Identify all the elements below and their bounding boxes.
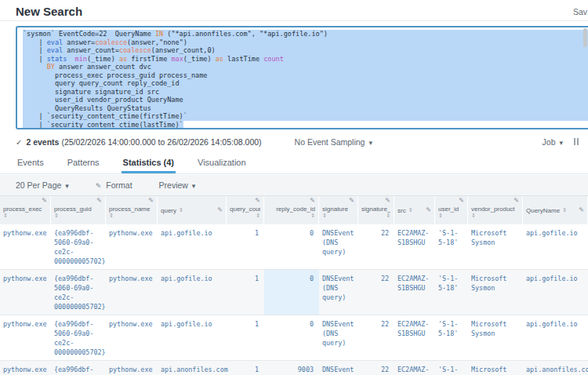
table-cell[interactable]: pythonw.exe: [0, 315, 51, 360]
table-cell[interactable]: pythonw.exe: [106, 315, 158, 360]
table-cell[interactable]: EC2AMAZ- S1BSHGU: [394, 224, 435, 269]
table-cell[interactable]: {ea996dbf- 5060-69a0- ce2c- 000000005702…: [51, 315, 106, 360]
table-cell[interactable]: DNSEvent (DNS query): [319, 270, 358, 315]
column-header-user_id[interactable]: ✎user_id⇕: [435, 196, 468, 224]
column-header-signature_id[interactable]: ✎signature_id⇕: [358, 196, 394, 224]
table-cell[interactable]: pythonw.exe: [106, 224, 158, 269]
table-cell[interactable]: EC2AMAZ- S1BSHGU: [394, 270, 435, 315]
table-cell[interactable]: Microsoft Sysmon: [468, 270, 523, 315]
table-cell[interactable]: 'S-1- 5-18': [435, 224, 468, 269]
table-cell[interactable]: api.gofile.io: [523, 315, 588, 360]
table-cell[interactable]: api.gofile.io: [158, 270, 227, 315]
table-cell[interactable]: 'S-1- 5-18': [435, 315, 468, 360]
event-sampling-dropdown[interactable]: No Event Sampling ▾: [295, 137, 372, 147]
table-cell[interactable]: pythonw.exe: [0, 270, 51, 315]
table-cell[interactable]: api.gofile.io: [523, 224, 588, 269]
table-cell[interactable]: 22: [358, 315, 394, 360]
tab-events[interactable]: Events: [16, 155, 45, 173]
table-cell[interactable]: api.gofile.io: [158, 224, 227, 269]
per-page-dropdown[interactable]: 20 Per Page ▾: [16, 180, 69, 190]
sort-icon[interactable]: ⇕: [230, 213, 260, 219]
sort-icon[interactable]: ⇕: [471, 213, 519, 219]
column-header-process_exec[interactable]: ✎process_exec⇕: [0, 196, 51, 224]
pencil-icon[interactable]: ✎: [349, 198, 354, 204]
table-cell[interactable]: pythonw.exe: [0, 361, 51, 375]
table-cell[interactable]: pythonw.exe: [106, 361, 158, 375]
table-cell[interactable]: 'S-1- 5-18': [435, 270, 468, 315]
table-cell[interactable]: 0: [264, 315, 319, 360]
table-cell[interactable]: 9003: [264, 361, 319, 375]
save-as-button[interactable]: Sav: [573, 7, 587, 16]
table-cell[interactable]: 1: [227, 270, 264, 315]
column-header-signature[interactable]: ✎signature⇕: [319, 196, 358, 224]
pencil-icon[interactable]: ✎: [42, 198, 47, 204]
table-cell[interactable]: 22: [358, 361, 394, 375]
table-cell[interactable]: 22: [358, 270, 394, 315]
column-header-reply_code_id[interactable]: ✎reply_code_id⇕: [264, 196, 319, 224]
pencil-icon[interactable]: ✎: [217, 207, 223, 213]
table-cell[interactable]: 1: [227, 224, 264, 269]
table-cell[interactable]: Microsoft Sysmon: [468, 224, 523, 269]
pencil-icon[interactable]: ✎: [255, 198, 260, 204]
sort-icon[interactable]: ⇕: [109, 213, 154, 219]
job-dropdown[interactable]: Job ▾: [543, 137, 563, 147]
pencil-icon[interactable]: ✎: [459, 198, 464, 204]
pencil-icon[interactable]: ✎: [148, 198, 154, 204]
format-button[interactable]: ✎ Format: [96, 180, 132, 190]
query-line: QueryResults QueryStatus: [23, 104, 588, 113]
pencil-icon[interactable]: ✎: [385, 198, 390, 204]
column-header-process_guid[interactable]: ✎process_guid⇕: [51, 196, 106, 224]
table-cell[interactable]: {ea996dbf- 5060-69a0- ce2c- 000000005702…: [51, 361, 106, 375]
query-line: user_id vendor_product QueryName: [23, 96, 588, 104]
table-cell[interactable]: Microsoft Sysmon: [468, 315, 523, 360]
table-cell[interactable]: pythonw.exe: [106, 270, 158, 315]
pencil-icon[interactable]: ✎: [579, 207, 584, 213]
table-cell[interactable]: 'S-1- 5-18': [435, 361, 468, 375]
table-cell[interactable]: api.gofile.io: [158, 315, 227, 360]
table-cell[interactable]: Microsoft Sysmon: [468, 361, 523, 375]
table-cell[interactable]: 1: [227, 361, 264, 375]
table-cell[interactable]: api.anonfiles.com: [158, 361, 227, 375]
table-cell[interactable]: EC2AMAZ- S1BSHGU: [394, 361, 435, 375]
sort-icon[interactable]: ⇕: [562, 207, 567, 213]
sort-icon[interactable]: ⇕: [267, 213, 315, 219]
table-cell[interactable]: api.gofile.io: [523, 270, 588, 315]
sort-icon[interactable]: ⇕: [438, 213, 464, 219]
table-cell[interactable]: DNSEvent (DNS query): [319, 315, 358, 360]
pencil-icon[interactable]: ✎: [426, 207, 431, 213]
preview-dropdown[interactable]: Preview ▾: [159, 180, 196, 190]
pencil-icon[interactable]: ✎: [96, 198, 102, 204]
column-header-queryname[interactable]: QueryName⇕✎: [523, 196, 588, 224]
sort-icon[interactable]: ⇕: [3, 213, 47, 219]
table-cell[interactable]: DNSEvent (DNS query): [319, 361, 358, 375]
sort-icon[interactable]: ⇕: [408, 207, 413, 213]
job-bar: ✓ 2 events (25/02/2026 14:00:00.000 to 2…: [16, 131, 588, 153]
sort-icon[interactable]: ⇕: [361, 213, 390, 219]
table-cell[interactable]: 1: [227, 315, 264, 360]
table-cell[interactable]: api.anonfiles.com: [523, 361, 588, 375]
column-header-query[interactable]: query⇕✎: [158, 196, 227, 224]
sort-icon[interactable]: ⇕: [54, 213, 102, 219]
table-cell[interactable]: pythonw.exe: [0, 224, 51, 269]
table-cell[interactable]: DNSEvent (DNS query): [319, 224, 358, 269]
table-cell[interactable]: 22: [358, 224, 394, 269]
sort-icon[interactable]: ⇕: [179, 207, 183, 213]
column-header-query_count[interactable]: ✎query_count⇕: [227, 196, 264, 224]
search-scrollbar[interactable]: [583, 28, 587, 47]
column-header-src[interactable]: src⇕✎: [394, 196, 435, 224]
table-cell[interactable]: EC2AMAZ- S1BSHGU: [394, 315, 435, 360]
pause-icon[interactable]: [574, 137, 582, 145]
tab-statistics[interactable]: Statistics (4): [122, 155, 176, 173]
pencil-icon[interactable]: ✎: [514, 198, 519, 204]
search-input[interactable]: `sysmon` EventCode=22 QueryName IN ("*ap…: [16, 26, 588, 129]
table-cell[interactable]: {ea996dbf- 5060-69a0- ce2c- 000000005702…: [51, 224, 106, 269]
table-cell[interactable]: 0: [264, 270, 319, 315]
column-header-vendor_product[interactable]: ✎vendor_product⇕: [468, 196, 523, 224]
table-cell[interactable]: {ea996dbf- 5060-69a0- ce2c- 000000005702…: [51, 270, 106, 315]
table-cell[interactable]: 0: [264, 224, 319, 269]
column-header-process_name[interactable]: ✎process_name⇕: [106, 196, 158, 224]
sort-icon[interactable]: ⇕: [322, 213, 354, 219]
tab-visualization[interactable]: Visualization: [196, 155, 248, 173]
pencil-icon[interactable]: ✎: [310, 198, 315, 204]
tab-patterns[interactable]: Patterns: [66, 155, 101, 173]
